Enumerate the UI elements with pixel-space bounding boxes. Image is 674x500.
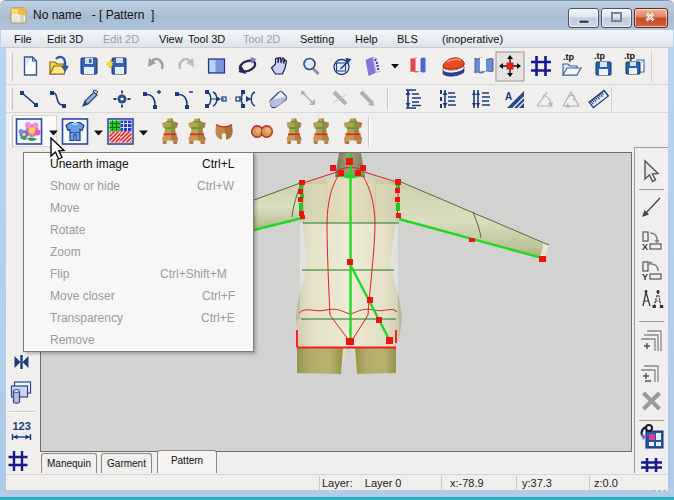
svg-text:.tp: .tp <box>624 51 635 61</box>
svg-text:Y: Y <box>642 272 648 282</box>
svg-text:.tp: .tp <box>563 52 574 62</box>
svg-text:A: A <box>505 91 512 102</box>
svg-text:.tp: .tp <box>594 51 605 61</box>
svg-text:123: 123 <box>13 420 31 432</box>
svg-text:X: X <box>642 242 648 252</box>
